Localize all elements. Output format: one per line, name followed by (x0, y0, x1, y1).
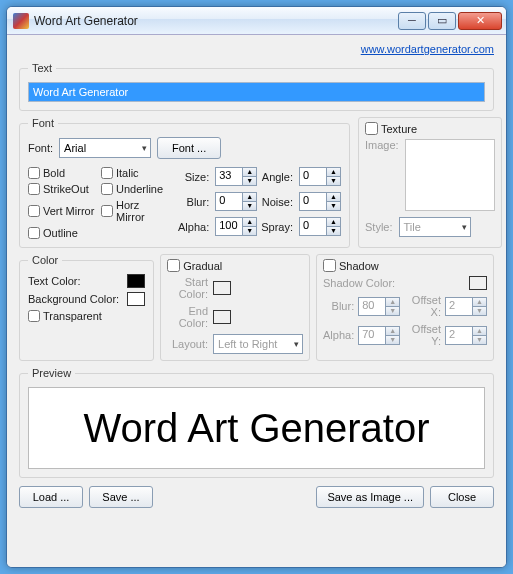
vert-mirror-checkbox[interactable]: Vert Mirror (28, 199, 95, 223)
noise-label: Noise: (261, 196, 295, 208)
start-color-swatch[interactable] (213, 281, 231, 295)
offx-spinner[interactable]: 2▲▼ (445, 297, 487, 316)
titlebar: Word Art Generator ─ ▭ ✕ (7, 7, 506, 35)
layout-label: Layout: (167, 338, 208, 350)
website-link[interactable]: www.wordartgenerator.com (361, 43, 494, 55)
bold-checkbox[interactable]: Bold (28, 167, 95, 179)
alpha-label: Alpha: (178, 221, 211, 233)
text-color-swatch[interactable] (127, 274, 145, 288)
angle-label: Angle: (261, 171, 295, 183)
texture-style-label: Style: (365, 221, 393, 233)
texture-style-combo[interactable]: Tile (399, 217, 471, 237)
font-combo[interactable]: Arial (59, 138, 151, 158)
shadow-alpha-spinner[interactable]: 70▲▼ (358, 326, 400, 345)
shadow-color-label: Shadow Color: (323, 277, 465, 289)
close-button[interactable]: Close (430, 486, 494, 508)
shadow-color-swatch[interactable] (469, 276, 487, 290)
strikeout-checkbox[interactable]: StrikeOut (28, 183, 95, 195)
texture-group: Texture Image: Style: Tile (358, 117, 502, 248)
italic-checkbox[interactable]: Italic (101, 167, 168, 179)
offy-spinner[interactable]: 2▲▼ (445, 326, 487, 345)
blur-spinner[interactable]: 0▲▼ (215, 192, 257, 211)
color-group: Color Text Color: Background Color: Tran… (19, 254, 154, 361)
text-color-label: Text Color: (28, 275, 123, 287)
text-input[interactable] (28, 82, 485, 102)
texture-image-well[interactable] (405, 139, 495, 211)
client-area: www.wordartgenerator.com Text Font Font:… (7, 35, 506, 567)
app-icon (13, 13, 29, 29)
alpha-spinner[interactable]: 100▲▼ (215, 217, 257, 236)
text-legend: Text (28, 62, 56, 74)
transparent-checkbox[interactable]: Transparent (28, 310, 145, 322)
gradual-checkbox[interactable] (167, 259, 180, 272)
font-button[interactable]: Font ... (157, 137, 221, 159)
noise-spinner[interactable]: 0▲▼ (299, 192, 341, 211)
gradual-group: Gradual Start Color: End Color: Layout: … (160, 254, 310, 361)
horz-mirror-checkbox[interactable]: Horz Mirror (101, 199, 168, 223)
layout-combo[interactable]: Left to Right (213, 334, 303, 354)
text-group: Text (19, 62, 494, 111)
save-as-image-button[interactable]: Save as Image ... (316, 486, 424, 508)
app-window: Word Art Generator ─ ▭ ✕ www.wordartgene… (6, 6, 507, 568)
preview-text: Word Art Generator (83, 406, 429, 451)
outline-checkbox[interactable]: Outline (28, 227, 95, 239)
load-button[interactable]: Load ... (19, 486, 83, 508)
offy-label: Offset Y: (404, 323, 441, 347)
font-legend: Font (28, 117, 58, 129)
end-color-label: End Color: (167, 305, 208, 329)
spray-spinner[interactable]: 0▲▼ (299, 217, 341, 236)
font-group: Font Font: Arial Font ... Bold Italic St… (19, 117, 350, 248)
gradual-legend: Gradual (183, 260, 222, 272)
texture-image-label: Image: (365, 139, 399, 151)
preview-group: Preview Word Art Generator (19, 367, 494, 478)
minimize-button[interactable]: ─ (398, 12, 426, 30)
color-legend: Color (28, 254, 62, 266)
underline-checkbox[interactable]: Underline (101, 183, 168, 195)
font-label: Font: (28, 142, 53, 154)
texture-legend: Texture (381, 123, 417, 135)
bg-color-label: Background Color: (28, 293, 123, 305)
size-label: Size: (178, 171, 211, 183)
offx-label: Offset X: (404, 294, 441, 318)
texture-checkbox[interactable] (365, 122, 378, 135)
shadow-legend: Shadow (339, 260, 379, 272)
size-spinner[interactable]: 33▲▼ (215, 167, 257, 186)
shadow-checkbox[interactable] (323, 259, 336, 272)
spray-label: Spray: (261, 221, 295, 233)
maximize-button[interactable]: ▭ (428, 12, 456, 30)
shadow-blur-label: Blur: (323, 300, 354, 312)
preview-legend: Preview (28, 367, 75, 379)
end-color-swatch[interactable] (213, 310, 231, 324)
shadow-alpha-label: Alpha: (323, 329, 354, 341)
save-button[interactable]: Save ... (89, 486, 153, 508)
bg-color-swatch[interactable] (127, 292, 145, 306)
shadow-group: Shadow Shadow Color: Blur: 80▲▼ Offset X… (316, 254, 494, 361)
preview-canvas: Word Art Generator (28, 387, 485, 469)
start-color-label: Start Color: (167, 276, 208, 300)
close-window-button[interactable]: ✕ (458, 12, 502, 30)
angle-spinner[interactable]: 0▲▼ (299, 167, 341, 186)
blur-label: Blur: (178, 196, 211, 208)
window-title: Word Art Generator (34, 14, 398, 28)
shadow-blur-spinner[interactable]: 80▲▼ (358, 297, 400, 316)
